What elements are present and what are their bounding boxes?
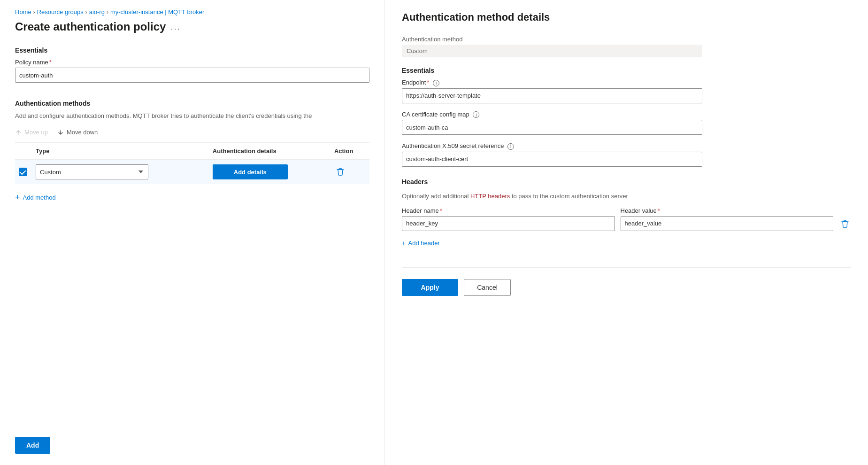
headers-desc-highlight: HTTP headers <box>470 193 510 200</box>
auth-x509-label: Authentication X.509 secret reference i <box>402 142 851 150</box>
right-panel-title: Authentication method details <box>402 11 851 23</box>
breadcrumb-sep-2: › <box>85 9 87 16</box>
endpoint-info-icon[interactable]: i <box>433 80 439 86</box>
header-name-label: Header name* <box>402 207 615 214</box>
add-details-button[interactable]: Add details <box>213 164 288 179</box>
auth-method-label: Authentication method <box>402 36 851 43</box>
move-down-label: Move down <box>67 129 98 136</box>
header-value-required: * <box>658 207 660 214</box>
row-action-cell <box>330 160 369 185</box>
add-header-label: Add header <box>408 240 440 247</box>
col-action-header: Action <box>330 143 369 160</box>
auth-x509-info-icon[interactable]: i <box>507 143 514 150</box>
auth-x509-input[interactable] <box>402 152 702 167</box>
auth-method-value: Custom <box>402 45 702 57</box>
auth-methods-label: Authentication methods <box>15 100 369 107</box>
move-controls: Move up Move down <box>15 127 369 138</box>
col-auth-details-header: Authentication details <box>209 143 330 160</box>
header-value-field: Header value* <box>621 207 834 231</box>
add-header-plus-icon: + <box>402 240 406 247</box>
header-row: Header name* Header value* <box>402 207 851 231</box>
auth-methods-desc: Add and configure authentication methods… <box>15 112 369 120</box>
type-select[interactable]: Custom ServiceAccountToken X509 <box>36 164 148 179</box>
headers-label: Headers <box>402 178 851 186</box>
apply-button[interactable]: Apply <box>402 279 458 296</box>
endpoint-label: Endpoint* i <box>402 79 851 86</box>
header-name-required: * <box>440 207 442 214</box>
policy-name-label: Policy name* <box>15 59 369 66</box>
add-header-button[interactable]: + Add header <box>402 238 851 248</box>
policy-name-field-group: Policy name* <box>15 59 369 83</box>
policy-name-required: * <box>49 59 52 66</box>
table-row: Custom ServiceAccountToken X509 Add deta… <box>15 160 369 185</box>
left-panel: Home › Resource groups › aio-rg › my-clu… <box>0 0 385 465</box>
auth-methods-table: Type Authentication details Action Custo… <box>15 142 369 184</box>
row-checkbox[interactable] <box>19 168 27 176</box>
essentials-label: Essentials <box>15 46 369 54</box>
trash-icon <box>336 168 345 176</box>
breadcrumb-resource-groups[interactable]: Resource groups <box>37 8 84 16</box>
header-value-label: Header value* <box>621 207 834 214</box>
row-type-cell: Custom ServiceAccountToken X509 <box>32 160 209 185</box>
col-checkbox <box>15 143 32 160</box>
col-type-header: Type <box>32 143 209 160</box>
headers-desc: Optionally add additional HTTP headers t… <box>402 192 851 201</box>
auth-methods-section: Authentication methods Add and configure… <box>15 100 369 204</box>
table-header-row: Type Authentication details Action <box>15 143 369 160</box>
add-method-label: Add method <box>23 194 56 201</box>
auth-x509-field-group: Authentication X.509 secret reference i <box>402 142 851 167</box>
breadcrumb: Home › Resource groups › aio-rg › my-clu… <box>15 8 369 16</box>
header-value-input[interactable] <box>621 216 834 231</box>
header-name-input[interactable] <box>402 216 615 231</box>
ca-cert-input[interactable] <box>402 120 702 135</box>
arrow-up-icon <box>15 129 22 136</box>
trash-header-icon <box>841 220 849 228</box>
move-up-button[interactable]: Move up <box>15 127 48 138</box>
ca-cert-info-icon[interactable]: i <box>473 111 479 118</box>
breadcrumb-sep-3: › <box>107 9 108 16</box>
breadcrumb-cluster-instance: my-cluster-instance | MQTT broker <box>110 8 204 16</box>
endpoint-input[interactable] <box>402 88 702 103</box>
auth-method-display: Authentication method Custom <box>402 36 851 57</box>
cancel-button[interactable]: Cancel <box>464 279 511 296</box>
page-title: Create authentication policy <box>15 20 166 33</box>
move-up-label: Move up <box>24 129 48 136</box>
page-title-ellipsis: ... <box>170 22 180 32</box>
breadcrumb-aio-rg[interactable]: aio-rg <box>89 8 105 16</box>
breadcrumb-sep-1: › <box>33 9 35 16</box>
right-essentials-label: Essentials <box>402 67 851 74</box>
endpoint-field-group: Endpoint* i <box>402 79 851 103</box>
row-checkbox-cell <box>15 160 32 185</box>
page-title-container: Create authentication policy ... <box>15 20 369 33</box>
policy-name-input[interactable] <box>15 68 369 83</box>
ca-cert-label: CA certificate config map i <box>402 111 851 118</box>
right-panel-bottom: Apply Cancel <box>402 267 851 296</box>
arrow-down-icon <box>57 129 64 136</box>
delete-row-button[interactable] <box>334 166 346 178</box>
breadcrumb-home[interactable]: Home <box>15 8 31 16</box>
right-panel: Authentication method details Authentica… <box>385 0 868 465</box>
ca-cert-field-group: CA certificate config map i <box>402 111 851 135</box>
add-method-plus-icon: + <box>15 193 20 202</box>
header-name-field: Header name* <box>402 207 615 231</box>
add-method-button[interactable]: + Add method <box>15 191 56 204</box>
move-down-button[interactable]: Move down <box>57 127 98 138</box>
add-button[interactable]: Add <box>15 437 50 454</box>
delete-header-button[interactable] <box>839 218 851 230</box>
row-auth-details-cell: Add details <box>209 160 330 185</box>
endpoint-required: * <box>427 79 429 86</box>
